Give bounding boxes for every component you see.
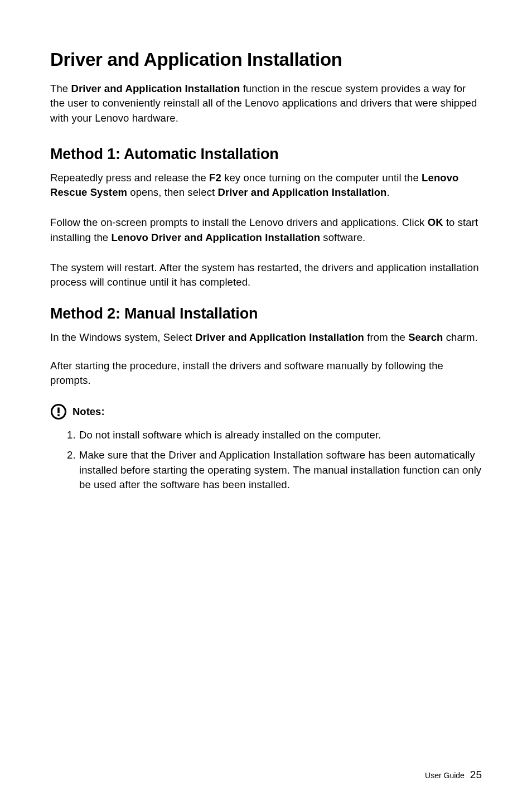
list-item: 2.Make sure that the Driver and Applicat… <box>67 448 482 492</box>
ok-label: OK <box>428 216 443 228</box>
notes-header: Notes: <box>50 403 482 420</box>
key-f2: F2 <box>209 172 221 184</box>
footer-label: User Guide <box>425 771 465 780</box>
method1-p3: The system will restart. After the syste… <box>50 261 482 290</box>
intro-bold: Driver and Application Installation <box>71 83 240 94</box>
notes-label: Notes: <box>72 406 105 418</box>
text: Repeatedly press and release the <box>50 172 209 184</box>
list-marker: 1. <box>67 428 76 442</box>
text: charm. <box>443 331 477 343</box>
svg-rect-2 <box>57 414 60 417</box>
intro-paragraph: The Driver and Application Installation … <box>50 81 482 126</box>
text: In the Windows system, Select <box>50 331 195 343</box>
method2-p1: In the Windows system, Select Driver and… <box>50 330 482 345</box>
driver-app-name: Driver and Application Installation <box>218 186 387 198</box>
page-number: 25 <box>470 769 482 781</box>
svg-rect-1 <box>57 408 60 413</box>
page-title: Driver and Application Installation <box>50 49 482 70</box>
notes-list: 1.Do not install software which is alrea… <box>50 428 482 492</box>
list-marker: 2. <box>67 448 76 462</box>
method1-heading: Method 1: Automatic Installation <box>50 146 482 163</box>
text: key once turning on the computer until t… <box>221 172 422 184</box>
text: from the <box>364 331 408 343</box>
list-text: Make sure that the Driver and Applicatio… <box>79 449 481 490</box>
driver-app-name: Driver and Application Installation <box>195 331 364 343</box>
text: software. <box>320 232 365 243</box>
method1-p1: Repeatedly press and release the F2 key … <box>50 171 482 200</box>
method1-p2: Follow the on-screen prompts to install … <box>50 215 482 245</box>
list-item: 1.Do not install software which is alrea… <box>67 428 482 442</box>
driver-app-name: Lenovo Driver and Application Installati… <box>111 232 320 243</box>
intro-text: The <box>50 83 71 94</box>
text: . <box>387 186 390 198</box>
method2-p2: After starting the procedure, install th… <box>50 359 482 388</box>
footer: User Guide 25 <box>425 769 482 781</box>
text: opens, then select <box>127 186 217 198</box>
text: Follow the on-screen prompts to install … <box>50 216 428 228</box>
search-charm: Search <box>408 331 443 343</box>
alert-icon <box>50 403 67 420</box>
method2-heading: Method 2: Manual Installation <box>50 305 482 322</box>
list-text: Do not install software which is already… <box>79 429 381 441</box>
